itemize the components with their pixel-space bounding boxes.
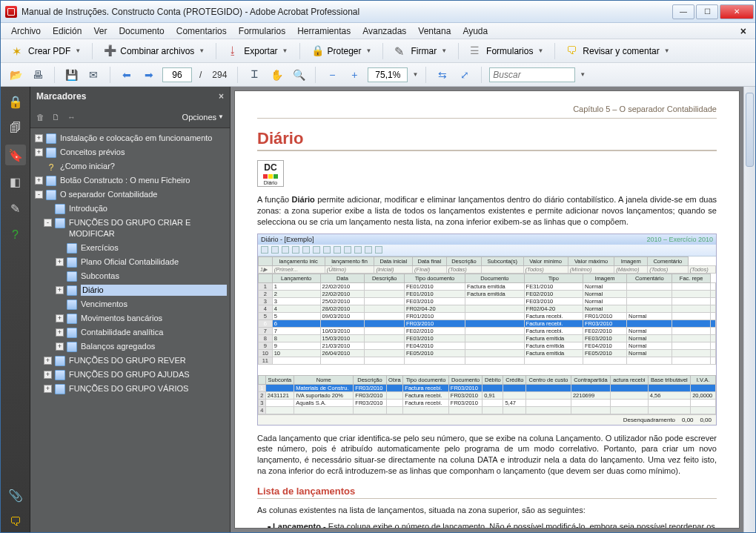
bookmark-item[interactable]: Exercícios: [30, 241, 230, 255]
bookmark-item[interactable]: +FUNÇÕES DO GRUPO AJUDAS: [30, 368, 230, 382]
bookmark-item[interactable]: +Movimentos bancários: [30, 311, 230, 325]
bookmarks-panel: Marcadores × 🗑 🗋 ↔ Opciones ▼ +Instalaçã…: [30, 87, 231, 532]
scrollbar-thumb[interactable]: [746, 93, 754, 167]
signatures-panel-icon[interactable]: ✎: [5, 198, 26, 219]
bookmark-item[interactable]: -FUNÇÕES DO GRUPO CRIAR E MODIFICAR: [30, 216, 230, 241]
attachments-panel-icon[interactable]: 📎: [5, 485, 26, 506]
help-icon[interactable]: ?: [5, 225, 26, 245]
primary-toolbar: Crear PDF▼ Combinar archivos▼ Exportar▼ …: [1, 39, 755, 63]
search-input[interactable]: [489, 67, 575, 82]
bookmark-item[interactable]: +Balanços agregados: [30, 340, 230, 354]
comments-panel-icon[interactable]: 🗨: [5, 512, 26, 532]
chevron-down-icon: ▼: [537, 47, 543, 54]
form-icon: [470, 44, 483, 58]
bookmarks-options-button[interactable]: Opciones ▼: [182, 113, 224, 122]
list-item: Lançamento.- Esta coluna exibe o número …: [268, 522, 717, 528]
menu-ayuda[interactable]: Ayuda: [457, 24, 494, 38]
pages-panel-icon[interactable]: 🗐: [5, 118, 26, 139]
chevron-down-icon[interactable]: ▼: [580, 71, 586, 78]
prev-page-icon[interactable]: ⬅: [118, 66, 136, 84]
expand-bookmark-icon[interactable]: ↔: [67, 113, 76, 122]
bookmark-item[interactable]: ?¿Como iniciar?: [30, 159, 230, 173]
save-icon[interactable]: 💾: [62, 66, 80, 84]
combine-files-button[interactable]: Combinar archivos▼: [99, 42, 210, 60]
embed-toolbar: [258, 245, 716, 256]
menu-comentarios[interactable]: Comentarios: [170, 24, 233, 38]
menu-herramientas[interactable]: Herramientas: [291, 24, 357, 38]
bookmarks-title: Marcadores: [36, 91, 86, 102]
protect-button[interactable]: Proteger▼: [306, 42, 377, 60]
page-separator: /: [199, 70, 202, 80]
embed-bottom-table: SubcontaNomeDescriçãoObraTipo documentoD…: [258, 375, 716, 414]
close-panel-icon[interactable]: ×: [219, 91, 224, 102]
hand-tool-icon[interactable]: ✋: [268, 66, 285, 84]
menubar-close-icon[interactable]: ×: [736, 25, 751, 37]
chevron-down-icon: ▼: [282, 47, 288, 54]
bookmark-item[interactable]: Subcontas: [30, 269, 230, 283]
bookmark-item[interactable]: +Instalação e colocação em funcionamento: [30, 131, 230, 145]
menu-documento[interactable]: Documento: [113, 24, 170, 38]
new-bookmark-icon[interactable]: 🗑: [36, 113, 44, 122]
minimize-button[interactable]: —: [672, 4, 694, 19]
bookmark-item[interactable]: Introdução: [30, 202, 230, 216]
titlebar: Manual de Instruções. Constructo Conta (…: [1, 1, 755, 23]
window-buttons: — ☐ ✕: [671, 4, 754, 19]
menu-ventana[interactable]: Ventana: [412, 24, 457, 38]
bookmark-item[interactable]: +Plano Oficial Contabilidade: [30, 255, 230, 269]
zoom-in-icon[interactable]: +: [345, 66, 363, 84]
print-icon[interactable]: 🖶: [29, 66, 47, 84]
bookmarks-panel-icon[interactable]: 🔖: [5, 145, 26, 165]
menu-archivo[interactable]: Archivo: [5, 24, 47, 38]
marquee-zoom-icon[interactable]: 🔍: [290, 66, 308, 84]
open-icon[interactable]: 📂: [7, 66, 24, 84]
bookmarks-toolbar: 🗑 🗋 ↔ Opciones ▼: [30, 106, 230, 128]
menu-avanzadas[interactable]: Avanzadas: [357, 24, 412, 38]
nav-toolbar: 📂 🖶 💾 ✉ ⬅ ➡ / 294 Ꮖ ✋ 🔍 − + ▼ ⇆ ⤢ ▼: [1, 63, 755, 87]
review-button[interactable]: Revisar y comentar▼: [561, 42, 674, 60]
zoom-input[interactable]: [368, 67, 408, 82]
bookmark-item[interactable]: +Diário: [30, 283, 230, 297]
document-viewport: Capítulo 5 – O separador Contabilidade D…: [231, 87, 755, 532]
bookmark-item[interactable]: +Contabilidade analítica: [30, 325, 230, 340]
bookmark-item[interactable]: Vencimentos: [30, 297, 230, 311]
chevron-down-icon[interactable]: ▼: [412, 71, 418, 78]
bookmarks-header: Marcadores ×: [30, 87, 230, 106]
vertical-scrollbar[interactable]: [743, 87, 755, 532]
next-page-icon[interactable]: ➡: [140, 66, 158, 84]
content-area: 🔒 🗐 🔖 ◧ ✎ ? 📎 🗨 Marcadores × 🗑 🗋 ↔ Opcio…: [1, 87, 755, 532]
bookmark-item[interactable]: +FUNÇÕES DO GRUPO VÁRIOS: [30, 382, 230, 396]
export-button[interactable]: Exportar▼: [222, 42, 293, 60]
menubar: ArchivoEdiciónVerDocumentoComentariosFor…: [1, 23, 755, 39]
paragraph: Cada lançamento que criar identifica-se …: [257, 433, 717, 477]
subheading: Lista de lançamentos: [257, 486, 717, 499]
zoom-out-icon[interactable]: −: [323, 66, 341, 84]
maximize-button[interactable]: ☐: [696, 4, 718, 19]
bookmark-item[interactable]: -O separador Contabilidade: [30, 188, 230, 202]
bookmarks-tree[interactable]: +Instalação e colocação em funcionamento…: [30, 128, 230, 532]
sign-button[interactable]: Firmar▼: [389, 42, 452, 60]
bookmark-item[interactable]: +Botão Constructo : O menu Ficheiro: [30, 173, 230, 188]
fit-width-icon[interactable]: ⇆: [434, 66, 451, 84]
close-button[interactable]: ✕: [720, 4, 754, 19]
menu-ver[interactable]: Ver: [87, 24, 113, 38]
select-tool-icon[interactable]: Ꮖ: [245, 66, 263, 84]
forms-button[interactable]: Formularios▼: [465, 42, 548, 60]
page-number-input[interactable]: [162, 67, 192, 82]
layers-panel-icon[interactable]: ◧: [5, 171, 26, 192]
email-icon[interactable]: ✉: [84, 66, 102, 84]
new-bookmark-icon[interactable]: 🗋: [52, 113, 60, 122]
fit-page-icon[interactable]: ⤢: [456, 66, 474, 84]
chevron-down-icon: ▼: [366, 47, 372, 54]
window-title: Manual de Instruções. Constructo Conta (…: [21, 7, 671, 17]
bookmark-item[interactable]: +FUNÇÕES DO GRUPO REVER: [30, 354, 230, 368]
embed-title: Diário - [Exemplo] 2010 – Exercício 2010: [258, 234, 716, 245]
window: Manual de Instruções. Constructo Conta (…: [0, 0, 756, 533]
create-pdf-button[interactable]: Crear PDF▼: [7, 42, 86, 60]
menu-edición[interactable]: Edición: [47, 24, 87, 38]
app-icon: [5, 6, 17, 18]
menu-formularios[interactable]: Formularios: [233, 24, 291, 38]
export-icon: [228, 44, 241, 58]
bookmark-item[interactable]: +Conceitos prévios: [30, 145, 230, 159]
plus-icon: [104, 44, 117, 58]
lock-icon[interactable]: 🔒: [5, 91, 26, 112]
